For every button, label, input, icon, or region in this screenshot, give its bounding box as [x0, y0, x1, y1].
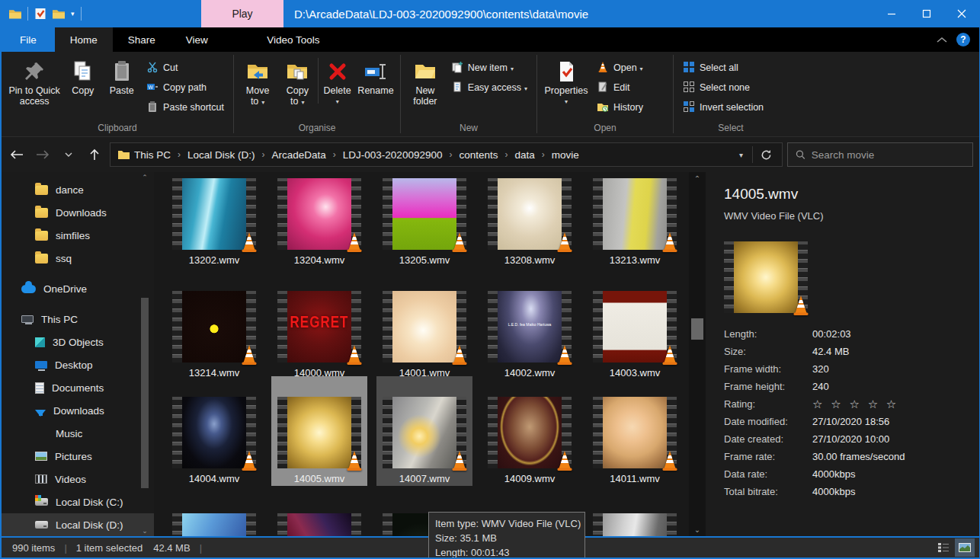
breadcrumb-label[interactable]: data	[514, 149, 534, 161]
move-to-button[interactable]: Move to	[239, 55, 277, 120]
invert-selection-button[interactable]: Invert selection	[678, 97, 768, 117]
breadcrumb-item[interactable]: › ArcadeData	[255, 149, 326, 161]
close-button[interactable]	[944, 0, 979, 27]
delete-button[interactable]: Delete	[320, 55, 354, 120]
breadcrumb-item[interactable]: › Local Disk (D:)	[171, 149, 255, 161]
sidebar-item[interactable]: Downloads	[2, 399, 154, 422]
easy-access-button[interactable]: Easy access	[447, 78, 532, 97]
details-view-button[interactable]	[934, 538, 953, 557]
file-tile[interactable]	[271, 513, 367, 536]
scroll-down-icon[interactable]: ⌄	[689, 525, 706, 534]
content-scrollbar[interactable]: ⌃ ⌄	[689, 172, 706, 536]
breadcrumb-item[interactable]: › This PC	[134, 149, 171, 161]
rename-button[interactable]: Rename	[356, 55, 396, 120]
breadcrumb-label[interactable]: This PC	[134, 149, 171, 161]
breadcrumb-label[interactable]: Local Disk (D:)	[187, 149, 255, 161]
tab-view[interactable]: View	[171, 27, 223, 52]
breadcrumb-item[interactable]: › movie	[535, 149, 579, 161]
sidebar-item[interactable]: Pictures	[2, 445, 154, 468]
file-tile[interactable]	[166, 513, 262, 536]
forward-button[interactable]	[32, 144, 53, 165]
file-tile[interactable]: L.E.D. fea Maiko Hariuwa 14002.wmv	[482, 291, 578, 379]
maximize-button[interactable]	[909, 0, 944, 27]
thumbnail-view-button[interactable]	[955, 538, 975, 557]
file-tile[interactable]: 13202.wmv	[166, 178, 262, 267]
tab-video-tools[interactable]: Video Tools	[252, 27, 335, 52]
breadcrumb-label[interactable]: ArcadeData	[272, 149, 326, 161]
file-tile[interactable]: 13213.wmv	[587, 178, 683, 267]
file-tile[interactable]: 14007.wmv	[376, 376, 472, 486]
properties-button[interactable]: Properties	[542, 55, 591, 120]
sidebar-item[interactable]: Downloads	[2, 201, 154, 224]
sidebar-item[interactable]: Local Disk (C:)	[2, 490, 154, 513]
file-tile[interactable]: 14003.wmv	[587, 291, 683, 379]
sidebar-scrollbar-thumb[interactable]	[141, 298, 149, 488]
sidebar-item[interactable]: Videos	[2, 468, 154, 490]
file-tile[interactable]: 13214.wmv	[166, 291, 262, 379]
new-folder-button[interactable]: New folder	[405, 55, 445, 120]
copy-path-button[interactable]: W Copy path	[142, 78, 229, 97]
sidebar-item[interactable]: Local Disk (D:)	[2, 513, 154, 536]
tab-share[interactable]: Share	[113, 27, 171, 52]
breadcrumb-label[interactable]: movie	[552, 149, 579, 161]
search-input[interactable]	[812, 149, 965, 161]
search-box[interactable]	[787, 142, 973, 167]
history-button[interactable]: History	[592, 97, 648, 117]
scroll-up-icon[interactable]: ⌃	[140, 174, 149, 181]
property-value[interactable]: 4000kbps	[812, 468, 855, 480]
open-button[interactable]: Open	[592, 58, 648, 78]
select-all-button[interactable]: Select all	[678, 58, 768, 78]
pin-to-quick-access-button[interactable]: Pin to Quick access	[6, 55, 62, 120]
scroll-down-icon[interactable]: ⌄	[140, 527, 149, 535]
sidebar-scrollbar[interactable]: ⌃ ⌄	[140, 172, 149, 536]
sidebar-item[interactable]: 3D Objects	[2, 331, 154, 353]
file-tile[interactable]: 13204.wmv	[271, 178, 367, 267]
paste-button[interactable]: Paste	[103, 55, 140, 120]
breadcrumb-label[interactable]: LDJ-003-2020092900	[343, 149, 443, 161]
paste-shortcut-button[interactable]: Paste shortcut	[142, 97, 229, 117]
property-value[interactable]: 27/10/2020 18:56	[812, 416, 889, 427]
file-tile[interactable]: 13205.wmv	[376, 178, 472, 267]
property-value[interactable]: 27/10/2020 10:00	[812, 433, 889, 445]
sidebar-item[interactable]: Desktop	[2, 353, 154, 376]
file-tile[interactable]: REGRET 14000.wmv	[271, 291, 367, 379]
sidebar-item[interactable]: simfiles	[2, 224, 154, 247]
collapse-ribbon-icon[interactable]	[937, 37, 947, 43]
breadcrumb-bar[interactable]: › This PC › Local Disk (D:) › ArcadeData…	[110, 142, 783, 167]
sidebar-item[interactable]: OneDrive	[2, 277, 154, 300]
property-value[interactable]: 320	[812, 363, 829, 375]
edit-button[interactable]: Edit	[592, 78, 648, 97]
folder-icon[interactable]	[9, 8, 21, 20]
copy-to-button[interactable]: Copy to	[278, 55, 316, 120]
property-value[interactable]: ☆ ☆ ☆ ☆ ☆	[812, 398, 898, 411]
up-button[interactable]	[84, 144, 105, 165]
property-value[interactable]: 4000kbps	[812, 486, 855, 497]
properties-check-icon[interactable]	[34, 8, 46, 20]
sidebar-item[interactable]: dance	[2, 178, 154, 201]
property-value[interactable]: 00:02:03	[812, 328, 851, 340]
content-scrollbar-thumb[interactable]	[691, 318, 703, 340]
tab-file[interactable]: File	[2, 27, 55, 52]
file-tile[interactable]: 14009.wmv	[482, 376, 578, 486]
file-tile[interactable]: 14001.wmv	[376, 291, 472, 379]
breadcrumb-item[interactable]: › data	[498, 149, 534, 161]
sidebar-item[interactable]: Music	[2, 422, 154, 445]
recent-locations-icon[interactable]	[58, 144, 79, 165]
file-tile[interactable]: 14011.wmv	[587, 376, 683, 486]
breadcrumb-label[interactable]: contents	[459, 149, 498, 161]
breadcrumb-item[interactable]: › contents	[442, 149, 498, 161]
new-item-button[interactable]: New item	[447, 58, 532, 78]
sidebar-item[interactable]: Documents	[2, 376, 154, 399]
help-icon[interactable]: ?	[956, 33, 970, 46]
file-tile[interactable]: 14005.wmv	[271, 376, 367, 486]
back-button[interactable]	[6, 144, 27, 165]
contextual-tab-play[interactable]: Play	[201, 0, 283, 27]
tab-home[interactable]: Home	[55, 27, 113, 52]
file-tile[interactable]	[587, 513, 683, 536]
select-none-button[interactable]: Select none	[678, 78, 768, 97]
file-tile[interactable]: 13208.wmv	[482, 178, 578, 267]
file-tile[interactable]: 14004.wmv	[166, 376, 262, 486]
sidebar-item[interactable]: ssq	[2, 247, 154, 270]
sidebar-item[interactable]: This PC	[2, 308, 154, 331]
refresh-icon[interactable]	[753, 149, 779, 161]
